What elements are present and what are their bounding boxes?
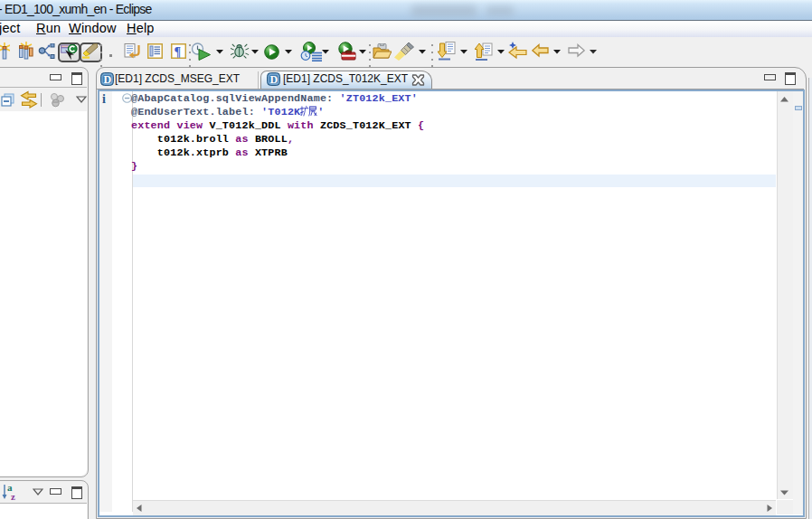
svg-text:D: D (104, 73, 112, 86)
svg-text:z: z (11, 491, 15, 502)
svg-text:D: D (270, 73, 279, 86)
svg-text:¶: ¶ (175, 45, 182, 59)
